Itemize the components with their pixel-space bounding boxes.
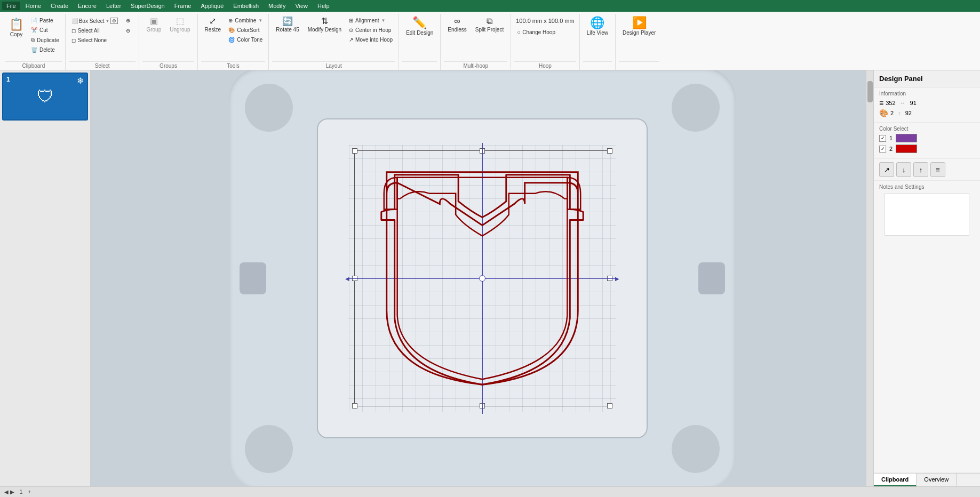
group-button[interactable]: ▣ Group (142, 15, 165, 35)
center-in-hoop-button[interactable]: ⊙ Center in Hoop (346, 26, 395, 35)
color-swatch-1[interactable] (896, 134, 917, 142)
scrollbar-thumb[interactable] (867, 81, 873, 102)
menu-encore[interactable]: Encore (74, 2, 101, 10)
information-section: Information ≡ 352 ↔ 91 🎨 2 ↕ 92 (874, 87, 980, 123)
multi-hoop-group: ∞ Endless ⧉ Split Project Multi-hoop (441, 14, 511, 70)
alignment-button[interactable]: ⊞ Alignment ▼ (346, 16, 395, 25)
menu-create[interactable]: Create (46, 2, 73, 10)
color-row-1: ✓ 1 (879, 134, 975, 142)
menu-modify[interactable]: Modify (264, 2, 290, 10)
select-all-button[interactable]: ◻ Select All (69, 26, 121, 35)
hoop-corner-tr (672, 84, 720, 132)
menu-letter[interactable]: Letter (102, 2, 125, 10)
color-checkbox-2[interactable]: ✓ (879, 146, 886, 153)
design-player-button[interactable]: ▶️ Design Player (619, 15, 659, 38)
hoop-corner-tl (245, 84, 293, 132)
design-player-group: ▶️ Design Player (616, 14, 663, 70)
ungroup-icon: ⬚ (176, 17, 184, 26)
combine-button[interactable]: ⊕ Combine ▼ (226, 16, 265, 25)
menu-file[interactable]: File (2, 2, 20, 10)
split-project-button[interactable]: ⧉ Split Project (472, 15, 507, 35)
group-icon: ▣ (150, 17, 158, 26)
selection-box: ◀ ▶ (354, 150, 610, 406)
change-hoop-button[interactable]: ○ Change Hoop (514, 28, 558, 37)
groups-group: ▣ Group ⬚ Ungroup Groups (139, 14, 197, 70)
color-checkbox-1[interactable]: ✓ (879, 135, 886, 142)
thumbnail-badge-icon: ❄ (77, 76, 84, 86)
resize-icon: ⤢ (209, 17, 216, 26)
cut-button[interactable]: ✂️ Cut (28, 26, 62, 35)
groups-label: Groups (142, 61, 194, 70)
menu-help[interactable]: Help (313, 2, 334, 10)
panel-action-down-btn[interactable]: ↓ (896, 162, 911, 177)
info-sep-1: ↔ (900, 100, 906, 106)
thumbnail-item-1[interactable]: 1 🛡 ❄ (2, 73, 88, 121)
duplicate-button[interactable]: ⧉ Duplicate (28, 35, 62, 45)
duplicate-icon: ⧉ (31, 37, 35, 43)
select-extra-btn[interactable]: ⊕ (122, 16, 134, 25)
stitches-value: 352 (886, 100, 895, 106)
grid-canvas[interactable]: ◀ ▶ (349, 145, 616, 412)
hoop-handle-right (698, 262, 725, 294)
life-view-group: 🌐 Life View (580, 14, 616, 70)
combine-dropdown-icon: ▼ (258, 18, 262, 23)
notes-label: Notes and Settings (879, 184, 975, 190)
color-tone-button[interactable]: 🌀 Color Tone (226, 35, 265, 44)
edit-design-group: ✏️ Edit Design (399, 14, 441, 70)
menu-embellish[interactable]: Embellish (229, 2, 263, 10)
ungroup-button[interactable]: ⬚ Ungroup (166, 15, 194, 35)
copy-button[interactable]: 📋 Copy (5, 15, 27, 39)
life-view-icon: 🌐 (590, 17, 604, 29)
design-player-label (619, 61, 659, 70)
rotate-45-button[interactable]: 🔄 Rotate 45 (272, 15, 302, 35)
split-project-icon: ⧉ (487, 17, 492, 26)
paste-button[interactable]: 📄 Paste (28, 16, 62, 25)
panel-action-extra-btn[interactable]: ≡ (930, 162, 945, 177)
panel-actions: ↗ ↓ ↑ ≡ (874, 159, 980, 181)
height-value: 92 (905, 110, 912, 116)
hoop-handle-left (240, 262, 266, 294)
vertical-scrollbar[interactable] (866, 70, 873, 486)
tab-overview[interactable]: Overview (917, 474, 957, 486)
copy-icon: 📋 (9, 19, 23, 30)
menu-applique[interactable]: Appliqué (196, 2, 228, 10)
shield-design-main (355, 151, 610, 406)
panel-action-move-btn[interactable]: ↗ (879, 162, 894, 177)
color-row-2: ✓ 2 (879, 145, 975, 153)
design-panel: Design Panel Information ≡ 352 ↔ 91 🎨 2 … (873, 70, 980, 486)
resize-button[interactable]: ⤢ Resize (201, 15, 225, 35)
clipboard-label: Clipboard (5, 61, 62, 70)
delete-button[interactable]: 🗑️ Delete (28, 45, 62, 54)
clipboard-group: 📋 Copy 📄 Paste ✂️ Cut ⧉ Duplicate 🗑️ (2, 14, 66, 70)
edit-design-button[interactable]: ✏️ Edit Design (402, 15, 437, 38)
menu-view[interactable]: View (291, 2, 312, 10)
modify-design-icon: ⇅ (321, 17, 328, 26)
menu-superdesign[interactable]: SuperDesign (126, 2, 169, 10)
hoop-inner: ◀ ▶ (317, 118, 648, 438)
tools-group: ⤢ Resize ⊕ Combine ▼ 🎨 ColorSort 🌀 Color… (198, 14, 269, 70)
panel-action-up-btn[interactable]: ↑ (913, 162, 928, 177)
canvas-area[interactable]: ◀ ▶ (91, 70, 873, 486)
select-label: Select (69, 61, 136, 70)
notes-textarea[interactable] (885, 193, 969, 236)
layout-group: 🔄 Rotate 45 ⇅ Modify Design ⊞ Alignment … (269, 14, 399, 70)
select-none-button[interactable]: ◻ Select None (69, 36, 121, 45)
menu-frame[interactable]: Frame (170, 2, 196, 10)
box-select-extra-icon: ⊕ (110, 18, 118, 24)
menu-home[interactable]: Home (21, 2, 45, 10)
modify-design-button[interactable]: ⇅ Modify Design (304, 15, 345, 35)
tab-clipboard[interactable]: Clipboard (874, 474, 917, 486)
menu-bar: File Home Create Encore Letter SuperDesi… (0, 0, 980, 12)
select-minus-btn[interactable]: ⊖ (122, 26, 134, 35)
width-value: 91 (910, 100, 917, 106)
move-into-hoop-button[interactable]: ↗ Move into Hoop (346, 35, 395, 44)
combine-icon: ⊕ (228, 18, 233, 23)
color-swatch-2[interactable] (896, 145, 917, 153)
panel-tabs: Clipboard Overview (874, 473, 980, 486)
hoop-group: 100.0 mm x 100.0 mm ○ Change Hoop Hoop (511, 14, 579, 70)
status-add-btn[interactable]: + (28, 489, 31, 495)
box-select-button[interactable]: ⬜ Box Select ▼ ⊕ (69, 16, 121, 26)
color-sort-button[interactable]: 🎨 ColorSort (226, 26, 265, 35)
life-view-button[interactable]: 🌐 Life View (583, 15, 612, 38)
endless-button[interactable]: ∞ Endless (444, 15, 471, 35)
